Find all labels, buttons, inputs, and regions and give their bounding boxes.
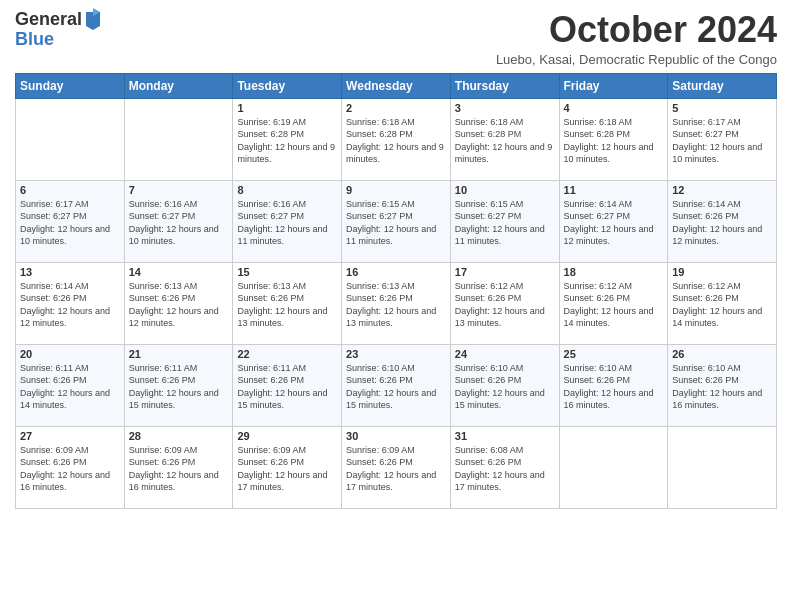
calendar-cell: 22Sunrise: 6:11 AM Sunset: 6:26 PM Dayli… <box>233 344 342 426</box>
calendar-cell: 9Sunrise: 6:15 AM Sunset: 6:27 PM Daylig… <box>342 180 451 262</box>
day-number: 30 <box>346 430 446 442</box>
day-info: Sunrise: 6:10 AM Sunset: 6:26 PM Dayligh… <box>455 362 555 412</box>
day-info: Sunrise: 6:16 AM Sunset: 6:27 PM Dayligh… <box>129 198 229 248</box>
day-info: Sunrise: 6:10 AM Sunset: 6:26 PM Dayligh… <box>346 362 446 412</box>
calendar-cell: 3Sunrise: 6:18 AM Sunset: 6:28 PM Daylig… <box>450 98 559 180</box>
calendar-cell: 16Sunrise: 6:13 AM Sunset: 6:26 PM Dayli… <box>342 262 451 344</box>
day-info: Sunrise: 6:14 AM Sunset: 6:26 PM Dayligh… <box>20 280 120 330</box>
day-number: 22 <box>237 348 337 360</box>
calendar-cell: 27Sunrise: 6:09 AM Sunset: 6:26 PM Dayli… <box>16 426 125 508</box>
calendar-week-4: 20Sunrise: 6:11 AM Sunset: 6:26 PM Dayli… <box>16 344 777 426</box>
day-number: 18 <box>564 266 664 278</box>
logo-general-text: General <box>15 10 82 30</box>
calendar-cell: 6Sunrise: 6:17 AM Sunset: 6:27 PM Daylig… <box>16 180 125 262</box>
day-number: 31 <box>455 430 555 442</box>
calendar-cell <box>559 426 668 508</box>
day-info: Sunrise: 6:12 AM Sunset: 6:26 PM Dayligh… <box>455 280 555 330</box>
calendar-cell: 29Sunrise: 6:09 AM Sunset: 6:26 PM Dayli… <box>233 426 342 508</box>
day-number: 14 <box>129 266 229 278</box>
day-number: 29 <box>237 430 337 442</box>
calendar-week-3: 13Sunrise: 6:14 AM Sunset: 6:26 PM Dayli… <box>16 262 777 344</box>
calendar-cell: 5Sunrise: 6:17 AM Sunset: 6:27 PM Daylig… <box>668 98 777 180</box>
day-number: 11 <box>564 184 664 196</box>
day-info: Sunrise: 6:17 AM Sunset: 6:27 PM Dayligh… <box>672 116 772 166</box>
day-number: 17 <box>455 266 555 278</box>
day-info: Sunrise: 6:13 AM Sunset: 6:26 PM Dayligh… <box>237 280 337 330</box>
logo-icon <box>84 8 102 30</box>
day-info: Sunrise: 6:11 AM Sunset: 6:26 PM Dayligh… <box>129 362 229 412</box>
day-number: 21 <box>129 348 229 360</box>
calendar-cell: 21Sunrise: 6:11 AM Sunset: 6:26 PM Dayli… <box>124 344 233 426</box>
calendar-cell: 30Sunrise: 6:09 AM Sunset: 6:26 PM Dayli… <box>342 426 451 508</box>
day-info: Sunrise: 6:15 AM Sunset: 6:27 PM Dayligh… <box>346 198 446 248</box>
day-info: Sunrise: 6:11 AM Sunset: 6:26 PM Dayligh… <box>237 362 337 412</box>
day-info: Sunrise: 6:13 AM Sunset: 6:26 PM Dayligh… <box>129 280 229 330</box>
calendar-cell <box>16 98 125 180</box>
day-number: 24 <box>455 348 555 360</box>
day-number: 16 <box>346 266 446 278</box>
calendar-cell: 13Sunrise: 6:14 AM Sunset: 6:26 PM Dayli… <box>16 262 125 344</box>
day-number: 13 <box>20 266 120 278</box>
weekday-header-monday: Monday <box>124 73 233 98</box>
calendar-cell: 19Sunrise: 6:12 AM Sunset: 6:26 PM Dayli… <box>668 262 777 344</box>
calendar-cell: 28Sunrise: 6:09 AM Sunset: 6:26 PM Dayli… <box>124 426 233 508</box>
day-info: Sunrise: 6:16 AM Sunset: 6:27 PM Dayligh… <box>237 198 337 248</box>
day-info: Sunrise: 6:10 AM Sunset: 6:26 PM Dayligh… <box>672 362 772 412</box>
calendar-cell: 4Sunrise: 6:18 AM Sunset: 6:28 PM Daylig… <box>559 98 668 180</box>
day-number: 26 <box>672 348 772 360</box>
calendar-cell: 25Sunrise: 6:10 AM Sunset: 6:26 PM Dayli… <box>559 344 668 426</box>
day-number: 10 <box>455 184 555 196</box>
calendar-cell <box>668 426 777 508</box>
calendar-week-1: 1Sunrise: 6:19 AM Sunset: 6:28 PM Daylig… <box>16 98 777 180</box>
calendar-cell: 26Sunrise: 6:10 AM Sunset: 6:26 PM Dayli… <box>668 344 777 426</box>
day-number: 25 <box>564 348 664 360</box>
day-info: Sunrise: 6:09 AM Sunset: 6:26 PM Dayligh… <box>237 444 337 494</box>
calendar-cell <box>124 98 233 180</box>
day-info: Sunrise: 6:13 AM Sunset: 6:26 PM Dayligh… <box>346 280 446 330</box>
calendar-week-2: 6Sunrise: 6:17 AM Sunset: 6:27 PM Daylig… <box>16 180 777 262</box>
day-info: Sunrise: 6:12 AM Sunset: 6:26 PM Dayligh… <box>564 280 664 330</box>
calendar-week-5: 27Sunrise: 6:09 AM Sunset: 6:26 PM Dayli… <box>16 426 777 508</box>
calendar-cell: 23Sunrise: 6:10 AM Sunset: 6:26 PM Dayli… <box>342 344 451 426</box>
calendar-cell: 31Sunrise: 6:08 AM Sunset: 6:26 PM Dayli… <box>450 426 559 508</box>
weekday-header-thursday: Thursday <box>450 73 559 98</box>
day-info: Sunrise: 6:18 AM Sunset: 6:28 PM Dayligh… <box>564 116 664 166</box>
day-info: Sunrise: 6:11 AM Sunset: 6:26 PM Dayligh… <box>20 362 120 412</box>
day-info: Sunrise: 6:12 AM Sunset: 6:26 PM Dayligh… <box>672 280 772 330</box>
calendar-cell: 14Sunrise: 6:13 AM Sunset: 6:26 PM Dayli… <box>124 262 233 344</box>
weekday-header-tuesday: Tuesday <box>233 73 342 98</box>
logo: General Blue <box>15 10 102 50</box>
day-number: 5 <box>672 102 772 114</box>
day-info: Sunrise: 6:09 AM Sunset: 6:26 PM Dayligh… <box>346 444 446 494</box>
day-info: Sunrise: 6:17 AM Sunset: 6:27 PM Dayligh… <box>20 198 120 248</box>
month-title: October 2024 <box>496 10 777 50</box>
day-number: 9 <box>346 184 446 196</box>
day-number: 28 <box>129 430 229 442</box>
day-info: Sunrise: 6:15 AM Sunset: 6:27 PM Dayligh… <box>455 198 555 248</box>
header: General Blue October 2024 Luebo, Kasai, … <box>15 10 777 67</box>
day-number: 3 <box>455 102 555 114</box>
calendar-cell: 15Sunrise: 6:13 AM Sunset: 6:26 PM Dayli… <box>233 262 342 344</box>
calendar-cell: 24Sunrise: 6:10 AM Sunset: 6:26 PM Dayli… <box>450 344 559 426</box>
day-info: Sunrise: 6:09 AM Sunset: 6:26 PM Dayligh… <box>129 444 229 494</box>
calendar-cell: 2Sunrise: 6:18 AM Sunset: 6:28 PM Daylig… <box>342 98 451 180</box>
day-info: Sunrise: 6:14 AM Sunset: 6:26 PM Dayligh… <box>672 198 772 248</box>
day-number: 4 <box>564 102 664 114</box>
location-subtitle: Luebo, Kasai, Democratic Republic of the… <box>496 52 777 67</box>
day-number: 1 <box>237 102 337 114</box>
page: General Blue October 2024 Luebo, Kasai, … <box>0 0 792 612</box>
day-number: 15 <box>237 266 337 278</box>
day-number: 23 <box>346 348 446 360</box>
day-number: 2 <box>346 102 446 114</box>
calendar-cell: 11Sunrise: 6:14 AM Sunset: 6:27 PM Dayli… <box>559 180 668 262</box>
day-info: Sunrise: 6:10 AM Sunset: 6:26 PM Dayligh… <box>564 362 664 412</box>
weekday-header-wednesday: Wednesday <box>342 73 451 98</box>
day-number: 6 <box>20 184 120 196</box>
day-number: 8 <box>237 184 337 196</box>
day-info: Sunrise: 6:19 AM Sunset: 6:28 PM Dayligh… <box>237 116 337 166</box>
day-info: Sunrise: 6:18 AM Sunset: 6:28 PM Dayligh… <box>455 116 555 166</box>
calendar-cell: 18Sunrise: 6:12 AM Sunset: 6:26 PM Dayli… <box>559 262 668 344</box>
day-number: 27 <box>20 430 120 442</box>
calendar-cell: 10Sunrise: 6:15 AM Sunset: 6:27 PM Dayli… <box>450 180 559 262</box>
day-info: Sunrise: 6:09 AM Sunset: 6:26 PM Dayligh… <box>20 444 120 494</box>
